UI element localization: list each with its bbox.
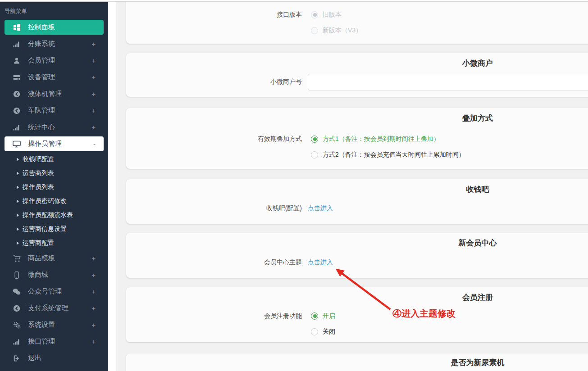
collapse-minus: - — [93, 140, 96, 148]
subitem-label: 运营商信息设置 — [23, 225, 67, 233]
sidebar-item-label: 操作员管理 — [28, 140, 62, 148]
subitem-label: 收钱吧配置 — [23, 155, 54, 163]
sidebar-item-payment-system-mgmt[interactable]: 支付系统管理 + — [0, 300, 108, 317]
expand-plus: + — [91, 107, 96, 114]
radio-mode2[interactable] — [311, 151, 318, 158]
radio-new-version-label: 新版本（V3） — [323, 27, 362, 35]
device-list-icon — [12, 74, 22, 81]
expand-plus: + — [91, 57, 96, 64]
sidebar-item-label: 支付系统管理 — [28, 304, 68, 312]
sidebar-item-fleet-mgmt[interactable]: 车队管理 + — [0, 102, 108, 119]
mobile-icon — [12, 271, 22, 279]
radio-register-on-label: 开启 — [323, 312, 335, 320]
expand-plus: + — [91, 271, 96, 279]
micro-merchant-label: 小微商户号 — [126, 78, 302, 86]
member-register-label: 会员注册功能 — [126, 312, 302, 320]
windows-icon — [12, 23, 22, 31]
bar-chart-icon — [12, 41, 22, 48]
gears-icon — [12, 321, 22, 329]
sidebar-item-member-mgmt[interactable]: 会员管理 + — [0, 52, 108, 69]
sidebar-item-label: 设备管理 — [28, 73, 55, 81]
cart-icon — [12, 255, 22, 262]
caret-right-icon — [17, 241, 19, 245]
sidebar-item-device-mgmt[interactable]: 设备管理 + — [0, 69, 108, 86]
radio-register-off[interactable] — [311, 328, 318, 335]
radio-register-off-label: 关闭 — [323, 328, 335, 336]
sidebar-item-api-mgmt[interactable]: 接口管理 + — [0, 333, 108, 350]
section-title: 是否为新尿素机 — [126, 353, 588, 369]
caret-right-icon — [17, 227, 19, 231]
wechat-icon — [12, 288, 22, 295]
sidebar-item-split-account[interactable]: 分账系统 + — [0, 36, 108, 52]
sidebar-item-product-template[interactable]: 商品模板 + — [0, 250, 108, 267]
sidebar-gap — [108, 2, 116, 371]
radio-new-version[interactable] — [311, 27, 318, 34]
section-api-version: 接口版本 旧版本 新版本（V3） — [126, 0, 588, 44]
sidebar-item-control-panel[interactable]: 控制面板 — [0, 19, 108, 36]
subitem-label: 操作员密码修改 — [23, 197, 67, 205]
sidebar-item-operator-mgmt[interactable]: 操作员管理 - — [0, 136, 108, 152]
sidebar-subitem-operator-company-list[interactable]: 运营商列表 — [0, 166, 108, 180]
sign-out-icon — [12, 355, 22, 362]
sidebar-item-official-account-mgmt[interactable]: 公众号管理 + — [0, 283, 108, 300]
section-micro-merchant: 小微商户 小微商户号 — [126, 53, 588, 97]
sidebar-item-label: 控制面板 — [28, 23, 55, 32]
expand-plus: + — [91, 338, 96, 345]
sidebar-subitem-operator-list[interactable]: 操作员列表 — [0, 180, 108, 194]
sidebar-header: 导航菜单 — [0, 2, 108, 19]
section-title: 新会员中心 — [126, 233, 588, 248]
api-version-label: 接口版本 — [126, 11, 302, 19]
section-member-register: 会员注册 会员注册功能 开启 关闭 — [126, 287, 588, 342]
section-member-center: 新会员中心 会员中心主题 点击进入 — [126, 233, 588, 278]
subitem-label: 运营商配置 — [23, 239, 54, 247]
sidebar-subitem-operator-quota-log[interactable]: 操作员配额流水表 — [0, 208, 108, 222]
sidebar-subitem-operator-info-settings[interactable]: 运营商信息设置 — [0, 222, 108, 236]
caret-right-icon — [17, 172, 19, 175]
sidebar-item-label: 车队管理 — [28, 106, 55, 115]
main-content: 接口版本 旧版本 新版本（V3） 小微商户 小微商户号 — [116, 0, 588, 371]
section-urea-machine: 是否为新尿素机 — [126, 353, 588, 371]
shouqianba-config-label: 收钱吧(配置) — [126, 204, 302, 213]
sidebar-item-micro-mall[interactable]: 微商城 + — [0, 267, 108, 283]
sidebar-item-label: 会员管理 — [28, 56, 55, 65]
section-stack-mode: 叠加方式 有效期叠加方式 方式1（备注：按会员到期时间往上叠加） 方式2（备注：… — [126, 108, 588, 169]
radio-old-version-label: 旧版本 — [323, 11, 342, 19]
expand-plus: + — [91, 254, 96, 262]
sidebar-subitem-operator-password[interactable]: 操作员密码修改 — [0, 194, 108, 208]
link-enter-shouqianba[interactable]: 点击进入 — [308, 204, 333, 213]
desktop-icon — [12, 140, 22, 148]
sidebar-item-label: 商品模板 — [28, 254, 55, 262]
sidebar-item-label: 分账系统 — [28, 40, 55, 48]
bar-chart-icon — [12, 124, 22, 131]
sidebar: 导航菜单 控制面板 分账系统 + 会员管理 — [0, 2, 108, 371]
expand-plus: + — [91, 321, 96, 329]
member-center-theme-label: 会员中心主题 — [126, 258, 302, 267]
radio-mode1[interactable] — [311, 136, 318, 143]
radio-old-version[interactable] — [311, 11, 318, 18]
sidebar-nav-list: 控制面板 分账系统 + 会员管理 + 设备管理 — [0, 19, 108, 366]
sidebar-item-liquid-machine-mgmt[interactable]: 液体机管理 + — [0, 86, 108, 102]
sidebar-subitem-operator-config[interactable]: 运营商配置 — [0, 236, 108, 250]
expand-plus: + — [91, 90, 96, 98]
subitem-label: 操作员列表 — [23, 183, 54, 191]
expand-plus: + — [91, 40, 96, 48]
sidebar-item-system-settings[interactable]: 系统设置 + — [0, 317, 108, 333]
top-strip — [0, 0, 588, 2]
sidebar-item-label: 统计中心 — [28, 123, 55, 131]
micro-merchant-input[interactable] — [308, 74, 588, 90]
sidebar-subitem-shouqianba-config[interactable]: 收钱吧配置 — [0, 152, 108, 166]
link-enter-member-theme[interactable]: 点击进入 — [308, 258, 333, 267]
sidebar-item-stats-center[interactable]: 统计中心 + — [0, 119, 108, 136]
sidebar-item-logout[interactable]: 退出 — [0, 350, 108, 366]
section-title: 叠加方式 — [126, 108, 588, 123]
annotation-text: ④进入主题修改 — [392, 308, 456, 320]
subitem-label: 运营商列表 — [23, 169, 54, 177]
sidebar-item-label: 接口管理 — [28, 337, 55, 346]
expand-plus: + — [91, 123, 96, 131]
section-title: 小微商户 — [126, 53, 588, 68]
bar-chart-icon — [12, 338, 22, 345]
radio-register-on[interactable] — [311, 312, 318, 320]
section-title: 会员注册 — [126, 287, 588, 303]
chevron-circle-left-icon — [12, 90, 22, 98]
stack-mode-label: 有效期叠加方式 — [126, 135, 302, 143]
